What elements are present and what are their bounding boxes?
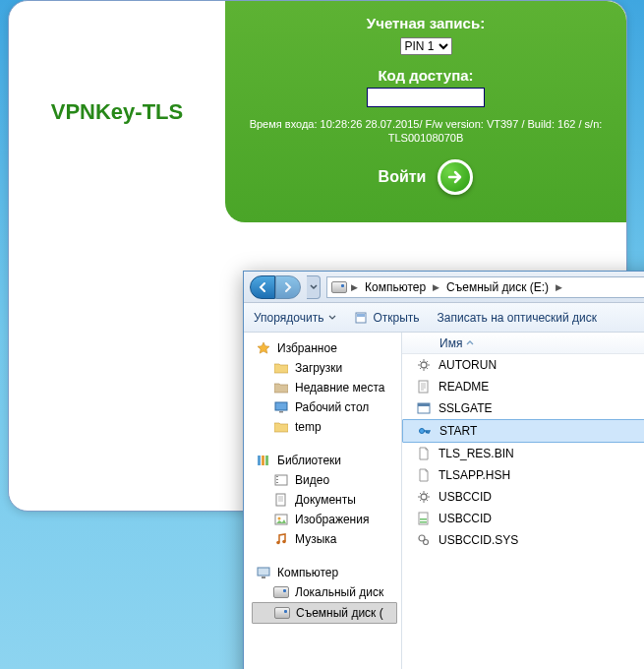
tree-favorites-header[interactable]: Избранное: [252, 338, 397, 358]
tree-item-local-disk[interactable]: Локальный диск: [252, 582, 397, 602]
tree-label: Библиотеки: [277, 454, 341, 467]
toolbar-open[interactable]: Открыть: [354, 311, 419, 325]
breadcrumb-sep-icon: ▶: [351, 282, 358, 292]
nav-back-button[interactable]: [250, 275, 275, 299]
svg-rect-8: [276, 476, 278, 477]
code-input[interactable]: [367, 88, 485, 107]
file-row[interactable]: README: [402, 376, 644, 397]
svg-point-13: [278, 517, 281, 520]
svg-rect-3: [279, 411, 283, 413]
file-row[interactable]: TLSAPP.HSH: [402, 464, 644, 486]
svg-rect-9: [276, 479, 278, 480]
tree-item-music[interactable]: Музыка: [252, 529, 397, 549]
explorer-navbar: ▶ Компьютер ▶ Съемный диск (E:) ▶: [244, 272, 644, 303]
svg-rect-1: [357, 314, 365, 317]
file-row[interactable]: USBCCID: [402, 508, 644, 529]
file-name: TLS_RES.BIN: [439, 447, 514, 460]
toolbar-burn[interactable]: Записать на оптический диск: [438, 311, 598, 325]
svg-point-28: [424, 540, 429, 545]
tree-computer: Компьютер Локальный диск Съемный диск (: [252, 563, 397, 624]
images-icon: [273, 512, 289, 527]
tree-item-desktop[interactable]: Рабочий стол: [252, 397, 397, 417]
vpn-form-area: Учетная запись: PIN 1 Код доступа: Время…: [225, 1, 626, 222]
svg-point-18: [421, 362, 427, 368]
file-row[interactable]: SSLGATE: [402, 397, 644, 419]
tree-label: Съемный диск (: [296, 606, 383, 620]
tree-item-recent[interactable]: Недавние места: [252, 378, 397, 397]
tree-libraries: Библиотеки Видео Документы Изображения М…: [252, 451, 397, 549]
files-header[interactable]: Имя: [402, 333, 644, 354]
tree-item-images[interactable]: Изображения: [252, 510, 397, 529]
tree-libraries-header[interactable]: Библиотеки: [252, 451, 397, 470]
video-icon: [273, 472, 289, 488]
tree-label: Видео: [295, 473, 329, 487]
file-row[interactable]: AUTORUN: [402, 354, 644, 376]
svg-rect-21: [418, 403, 430, 406]
file-row[interactable]: START: [402, 419, 644, 443]
file-name: TLSAPP.HSH: [439, 468, 510, 482]
svg-rect-17: [262, 577, 265, 578]
tree-label: Локальный диск: [295, 585, 383, 599]
file-name: README: [439, 380, 489, 394]
drive-icon: [274, 605, 290, 621]
libraries-icon: [256, 453, 271, 468]
file-row[interactable]: USBCCID.SYS: [402, 529, 644, 551]
chevron-down-icon: [328, 314, 336, 322]
svg-rect-16: [258, 568, 269, 576]
tree-item-video[interactable]: Видео: [252, 470, 397, 490]
toolbar-organize[interactable]: Упорядочить: [254, 311, 336, 325]
file-row[interactable]: USBCCID: [402, 486, 644, 508]
nav-history-dropdown[interactable]: [307, 275, 321, 299]
breadcrumb[interactable]: Компьютер: [362, 280, 429, 294]
svg-rect-26: [420, 521, 427, 523]
svg-point-14: [276, 541, 280, 545]
tree-computer-header[interactable]: Компьютер: [252, 563, 397, 582]
recent-icon: [273, 380, 289, 395]
nav-tree: Избранное Загрузки Недавние места Рабочи…: [244, 333, 402, 669]
cat-icon: [416, 511, 432, 526]
tree-item-downloads[interactable]: Загрузки: [252, 358, 397, 378]
tree-item-temp[interactable]: temp: [252, 417, 397, 437]
sort-asc-icon: [466, 339, 474, 347]
folder-icon: [273, 360, 289, 376]
svg-rect-25: [420, 518, 427, 520]
login-button[interactable]: [438, 159, 473, 195]
tree-label: Изображения: [295, 513, 369, 526]
app-icon: [416, 400, 432, 416]
svg-rect-2: [275, 402, 287, 410]
file-name: USBCCID.SYS: [439, 533, 518, 547]
tree-label: Избранное: [277, 341, 337, 355]
drive-icon: [331, 279, 347, 295]
settings-icon: [416, 489, 432, 505]
pin-select[interactable]: PIN 1: [400, 37, 452, 55]
vpn-info-line2: TLS00108070B: [243, 131, 609, 145]
svg-rect-4: [258, 456, 261, 465]
login-label: Войти: [379, 168, 427, 186]
address-bar[interactable]: ▶ Компьютер ▶ Съемный диск (E:) ▶: [326, 276, 644, 298]
code-label: Код доступа:: [225, 67, 626, 84]
tree-favorites: Избранное Загрузки Недавние места Рабочи…: [252, 338, 397, 437]
file-row[interactable]: TLS_RES.BIN: [402, 443, 644, 464]
file-name: AUTORUN: [439, 358, 497, 372]
svg-point-23: [421, 494, 427, 500]
vpn-logo-area: VPNKey-TLS: [9, 1, 225, 222]
account-label: Учетная запись:: [225, 15, 626, 31]
computer-icon: [256, 565, 271, 580]
documents-icon: [273, 492, 289, 508]
file-name: START: [439, 424, 477, 438]
breadcrumb-sep-icon: ▶: [433, 282, 439, 292]
file-icon: [416, 467, 432, 483]
star-icon: [256, 340, 271, 356]
tree-item-removable-disk[interactable]: Съемный диск (: [252, 602, 397, 624]
tree-item-documents[interactable]: Документы: [252, 490, 397, 510]
chevron-down-icon: [310, 283, 318, 291]
tree-label: Рабочий стол: [295, 400, 369, 414]
nav-forward-button[interactable]: [275, 275, 301, 299]
file-name: USBCCID: [439, 512, 492, 525]
explorer-toolbar: Упорядочить Открыть Записать на оптическ…: [244, 303, 644, 333]
tree-label: Документы: [295, 493, 356, 507]
svg-rect-11: [276, 494, 285, 506]
svg-rect-19: [419, 381, 428, 393]
tree-label: temp: [295, 420, 322, 434]
breadcrumb[interactable]: Съемный диск (E:): [443, 280, 552, 294]
